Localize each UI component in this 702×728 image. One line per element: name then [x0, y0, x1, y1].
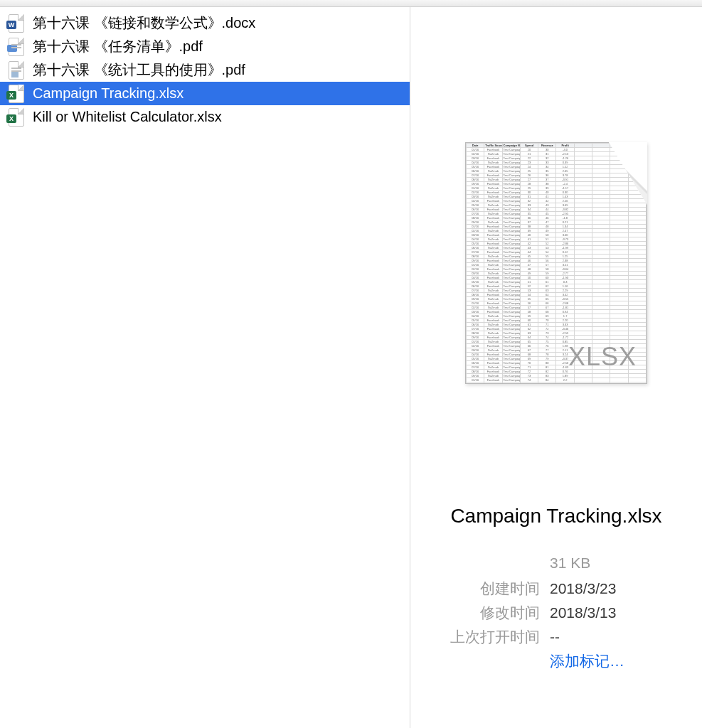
file-row[interactable]: Campaign Tracking.xlsx: [0, 82, 410, 105]
word-document-icon: [7, 14, 26, 33]
pdf-preview-icon: [7, 38, 26, 56]
created-value: 2018/3/23: [550, 580, 616, 597]
thumb-header-cell: Traffic Source: [484, 144, 502, 148]
add-tags-link[interactable]: 添加标记…: [550, 651, 624, 671]
file-list-pane: 第十六课 《链接和数学公式》.docx第十六课 《任务清单》.pdf第十六课 《…: [0, 7, 410, 728]
file-name-label: Campaign Tracking.xlsx: [33, 85, 184, 102]
file-metadata: 31 KB 创建时间 2018/3/23 修改时间 2018/3/13 上次打开…: [410, 555, 702, 675]
file-name-label: Kill or Whitelist Calculator.xlsx: [33, 109, 222, 125]
excel-document-icon: [7, 85, 26, 103]
window-titlebar: [0, 0, 702, 7]
file-list: 第十六课 《链接和数学公式》.docx第十六课 《任务清单》.pdf第十六课 《…: [0, 7, 410, 129]
thumb-header-cell: Campaign Name: [502, 144, 520, 148]
file-size-value: 31 KB: [550, 555, 590, 572]
modified-label: 修改时间: [410, 603, 550, 623]
file-row[interactable]: Kill or Whitelist Calculator.xlsx: [0, 105, 410, 129]
preview-pane: DateTraffic SourceCampaign NameSpendReve…: [410, 7, 702, 728]
preview-filename: Campaign Tracking.xlsx: [445, 505, 667, 528]
file-thumbnail[interactable]: DateTraffic SourceCampaign NameSpendReve…: [465, 142, 647, 384]
last-opened-label: 上次打开时间: [410, 627, 550, 647]
main-content: 第十六课 《链接和数学公式》.docx第十六课 《任务清单》.pdf第十六课 《…: [0, 7, 702, 728]
file-name-label: 第十六课 《链接和数学公式》.docx: [33, 14, 255, 33]
modified-value: 2018/3/13: [550, 604, 616, 621]
pdf-document-icon: [7, 61, 26, 80]
file-row[interactable]: 第十六课 《统计工具的使用》.pdf: [0, 58, 410, 82]
file-type-badge: XLSX: [568, 342, 637, 372]
file-name-label: 第十六课 《统计工具的使用》.pdf: [33, 60, 245, 80]
last-opened-value: --: [550, 628, 560, 646]
file-name-label: 第十六课 《任务清单》.pdf: [33, 37, 203, 56]
excel-document-icon: [7, 108, 26, 127]
file-row[interactable]: 第十六课 《链接和数学公式》.docx: [0, 11, 410, 35]
created-label: 创建时间: [410, 579, 550, 599]
file-row[interactable]: 第十六课 《任务清单》.pdf: [0, 35, 410, 58]
